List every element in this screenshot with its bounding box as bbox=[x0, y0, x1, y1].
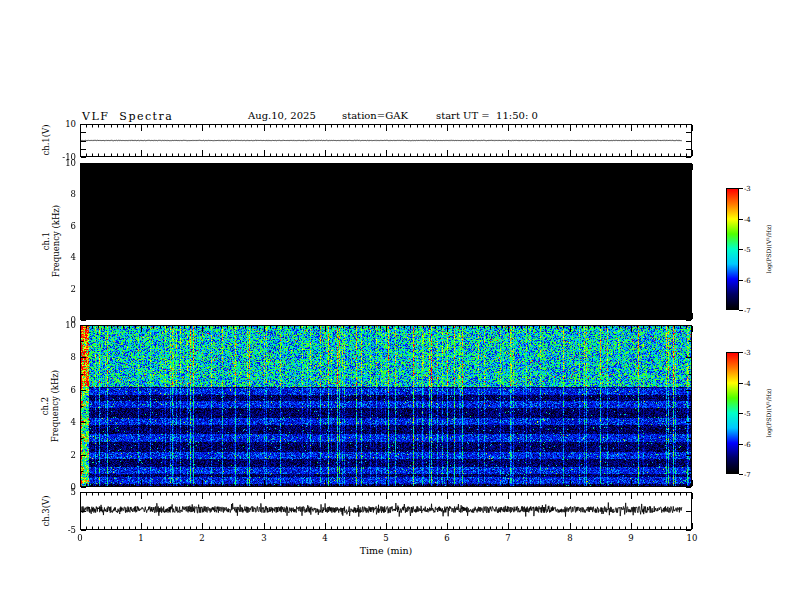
x-tick-label: 3 bbox=[252, 533, 276, 543]
y-tick-label: 8 bbox=[48, 189, 76, 199]
colorbar-ch1-label: log(PSD)(V²/Hz) bbox=[765, 188, 773, 310]
colorbar-tick-label: -5 bbox=[744, 245, 764, 255]
colorbar-tick-label: -3 bbox=[744, 184, 764, 194]
x-tick-label: 0 bbox=[68, 533, 92, 543]
vlf-spectra-figure: VLF Spectra Aug.10, 2025 station=GAK sta… bbox=[0, 0, 792, 612]
y-tick-label: 4 bbox=[48, 417, 76, 427]
ch1-spectrogram-panel bbox=[80, 163, 692, 320]
x-tick-label: 7 bbox=[496, 533, 520, 543]
figure-date: Aug.10, 2025 bbox=[248, 110, 316, 121]
y-tick-label: 2 bbox=[48, 284, 76, 294]
y-tick-label: 4 bbox=[48, 252, 76, 262]
ch3-waveform-canvas bbox=[81, 493, 691, 529]
colorbar-ch2 bbox=[726, 352, 739, 474]
start-ut-label: start UT = 11:50: 0 bbox=[436, 110, 538, 121]
colorbar-ch2-label: log(PSD)(V²/Hz) bbox=[765, 352, 773, 474]
ch1-spectrogram-ylabel: ch.1 Frequency (kHz) bbox=[41, 163, 61, 320]
ch2-spectrogram-panel bbox=[80, 325, 692, 487]
colorbar-tick-label: -5 bbox=[744, 409, 764, 419]
ch2-spectrogram-ylabel-line2: Frequency (kHz) bbox=[50, 325, 60, 487]
ch3-waveform-panel bbox=[80, 492, 692, 530]
ch2-spectrogram-canvas bbox=[81, 326, 691, 486]
figure-title: VLF Spectra bbox=[82, 110, 173, 123]
ch1-spectrogram-canvas bbox=[81, 164, 691, 319]
ch1-waveform-canvas bbox=[81, 125, 691, 156]
ch2-spectrogram-ylabel: ch.2 Frequency (kHz) bbox=[40, 325, 60, 487]
colorbar-tick-label: -6 bbox=[744, 440, 764, 450]
y-tick-label: 10 bbox=[48, 119, 76, 129]
y-tick-label: 2 bbox=[48, 450, 76, 460]
ch1-spectrogram-ylabel-line1: ch.1 bbox=[41, 163, 51, 320]
colorbar-tick-label: -7 bbox=[744, 306, 764, 316]
y-tick-label: 10 bbox=[48, 158, 76, 168]
x-tick-label: 8 bbox=[558, 533, 582, 543]
ch2-spectrogram-ylabel-line1: ch.2 bbox=[40, 325, 50, 487]
ch1-spectrogram-ylabel-line2: Frequency (kHz) bbox=[51, 163, 61, 320]
colorbar-tick-label: -3 bbox=[744, 348, 764, 358]
y-tick-label: 8 bbox=[48, 352, 76, 362]
x-tick-label: 6 bbox=[435, 533, 459, 543]
y-tick-label: 6 bbox=[48, 385, 76, 395]
ch1-waveform-panel bbox=[80, 124, 692, 157]
x-tick-label: 2 bbox=[190, 533, 214, 543]
x-tick-label: 4 bbox=[313, 533, 337, 543]
y-tick-label: 6 bbox=[48, 221, 76, 231]
xaxis-title: Time (min) bbox=[346, 545, 426, 556]
x-tick-label: 1 bbox=[129, 533, 153, 543]
y-tick-label: 5 bbox=[48, 487, 76, 497]
colorbar-tick-label: -4 bbox=[744, 379, 764, 389]
station-label: station=GAK bbox=[342, 110, 408, 121]
colorbar-tick-label: -6 bbox=[744, 276, 764, 286]
colorbar-tick-label: -7 bbox=[744, 470, 764, 480]
colorbar-ch1 bbox=[726, 188, 739, 310]
x-tick-label: 10 bbox=[680, 533, 704, 543]
colorbar-tick-label: -4 bbox=[744, 215, 764, 225]
y-tick-label: 10 bbox=[48, 320, 76, 330]
x-tick-label: 5 bbox=[374, 533, 398, 543]
x-tick-label: 9 bbox=[619, 533, 643, 543]
